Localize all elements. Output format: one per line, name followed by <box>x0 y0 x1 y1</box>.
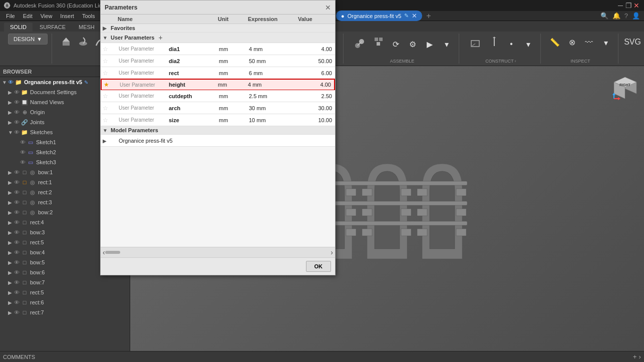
tab-mesh[interactable]: MESH <box>73 23 101 32</box>
user-params-section[interactable]: ▼ User Parameters + <box>101 33 335 43</box>
sketches-label: Sketches <box>30 129 53 135</box>
cutdepth-unit-cell: mm <box>218 93 248 99</box>
size-expression-cell[interactable]: 10 mm <box>248 117 298 123</box>
arch-star-cell[interactable]: ☆ <box>103 105 118 112</box>
inspect-interference-btn[interactable]: ⊗ <box>564 34 580 50</box>
model-item-label: Orgnanice press-fit v5 <box>118 138 174 144</box>
s3-visibility-icon[interactable]: 👁 <box>19 159 26 166</box>
rect-name-cell: rect <box>168 70 218 76</box>
user-icon[interactable]: 👤 <box>632 12 640 20</box>
cutdepth-star-cell[interactable]: ☆ <box>103 93 118 100</box>
tab-close-icon[interactable]: ✕ <box>412 12 417 20</box>
inspect-curvature-btn[interactable]: 〰 <box>581 35 597 51</box>
param-row-dia1[interactable]: ☆ User Parameter dia1 mm 4 mm 4.00 <box>101 43 335 55</box>
svg-rect-35 <box>362 189 372 196</box>
origin-visibility-icon[interactable]: 👁 <box>13 109 20 116</box>
search-icon[interactable]: 🔍 <box>600 12 608 20</box>
dia1-star-cell[interactable]: ☆ <box>103 46 118 53</box>
construct-more-btn[interactable]: ▾ <box>520 36 536 52</box>
joints-visibility-icon[interactable]: 👁 <box>13 119 20 126</box>
params-navigation: ‹ › <box>101 247 335 257</box>
s1-visibility-icon[interactable]: 👁 <box>19 139 26 146</box>
height-star-cell[interactable]: ★ <box>104 81 119 88</box>
comments-expand-btn[interactable]: + <box>633 353 637 360</box>
params-scroll-area[interactable]: ▶ Favorites ▼ User Parameters + ☆ User P… <box>101 24 335 247</box>
menu-edit[interactable]: Edit <box>19 11 37 21</box>
create-revolve-btn[interactable] <box>75 34 91 50</box>
params-prev-button[interactable]: ‹ <box>103 248 105 256</box>
assemble-drive-btn[interactable]: ▶ <box>422 36 438 52</box>
doc-visibility-icon[interactable]: 👁 <box>13 89 20 96</box>
param-row-cutdepth[interactable]: ☆ User Parameter cutdepth mm 2.5 mm 2.50 <box>101 90 335 102</box>
menu-tools[interactable]: Tools <box>78 11 99 21</box>
rect-type-cell: User Parameter <box>118 70 168 76</box>
params-scrollbar[interactable] <box>105 251 331 254</box>
arch-expression-cell[interactable]: 30 mm <box>248 105 298 111</box>
s2-visibility-icon[interactable]: 👁 <box>19 149 26 156</box>
tab-solid[interactable]: SOLID <box>4 23 33 32</box>
param-row-arch[interactable]: ☆ User Parameter arch mm 30 mm 30.00 <box>101 102 335 114</box>
root-visibility-icon[interactable]: 👁 <box>7 79 14 86</box>
param-row-size[interactable]: ☆ User Parameter size mm 10 mm 10.00 <box>101 114 335 126</box>
col-value: Value <box>298 16 333 22</box>
help-icon[interactable]: ? <box>624 12 628 20</box>
menu-view[interactable]: View <box>37 11 57 21</box>
menu-file[interactable]: File <box>2 11 19 21</box>
minimize-button[interactable]: ─ <box>617 2 624 9</box>
favorites-expand-icon: ▶ <box>103 26 109 31</box>
assemble-enable-btn[interactable]: ⚙ <box>405 36 421 52</box>
param-row-dia2[interactable]: ☆ User Parameter dia2 mm 50 mm 50.00 <box>101 55 335 67</box>
dia2-expression-cell[interactable]: 50 mm <box>248 58 298 64</box>
comments-collapse-btn[interactable]: › <box>639 353 641 360</box>
construct-plane-btn[interactable] <box>465 34 485 54</box>
browser-rect7[interactable]: ▶ 👁 □ rect:7 <box>0 307 130 317</box>
favorites-label: Favorites <box>111 25 135 31</box>
params-ok-button[interactable]: OK <box>306 261 332 272</box>
param-row-rect[interactable]: ☆ User Parameter rect mm 6 mm 6.00 <box>101 67 335 79</box>
construct-point-btn[interactable]: • <box>503 36 519 52</box>
param-row-height[interactable]: ★ User Parameter height mm 4 mm 4.00 <box>101 79 335 91</box>
assemble-more-btn[interactable]: ▾ <box>439 36 455 52</box>
size-star-cell[interactable]: ☆ <box>103 117 118 124</box>
height-expression-cell[interactable]: 4 mm <box>247 82 297 88</box>
views-visibility-icon[interactable]: 👁 <box>13 99 20 106</box>
tab-active[interactable]: ● Orgnanice press-fit v5 ✎ ✕ <box>336 11 422 21</box>
add-tab-button[interactable]: + <box>426 12 431 21</box>
notification-icon[interactable]: 🔔 <box>612 12 620 20</box>
params-close-button[interactable]: ✕ <box>325 4 331 12</box>
view-cube[interactable]: RIGHT <box>609 71 639 101</box>
close-button[interactable]: ✕ <box>633 2 640 9</box>
assemble-joint-btn[interactable] <box>350 34 370 54</box>
sketches-icon: 📁 <box>21 129 28 136</box>
model-params-section[interactable]: ▼ Model Parameters <box>101 126 335 135</box>
add-param-button[interactable]: + <box>158 34 162 42</box>
browser-rect6[interactable]: ▶ 👁 □ rect:6 <box>0 297 130 307</box>
rect-expression-cell[interactable]: 6 mm <box>248 70 298 76</box>
root-expand-icon: ▼ <box>2 80 7 85</box>
model-params-item[interactable]: ▶ Orgnanice press-fit v5 <box>101 135 335 147</box>
inspect-measure-btn[interactable]: 📏 <box>547 34 563 50</box>
favorites-section[interactable]: ▶ Favorites <box>101 24 335 33</box>
sketches-visibility-icon[interactable]: 👁 <box>13 129 20 136</box>
design-dropdown[interactable]: DESIGN ▼ <box>8 34 48 45</box>
browser-bow7[interactable]: ▶ 👁 □ bow:7 <box>0 277 130 287</box>
tab-surface[interactable]: SURFACE <box>34 23 72 32</box>
menu-insert[interactable]: Insert <box>56 11 78 21</box>
dia1-expression-cell[interactable]: 4 mm <box>248 46 298 52</box>
svg-rect-37 <box>362 229 372 236</box>
maximize-button[interactable]: ❐ <box>625 2 632 9</box>
inspect-more-btn[interactable]: ▾ <box>598 35 614 51</box>
browser-rect5b[interactable]: ▶ 👁 □ rect:5 <box>0 287 130 297</box>
insert-decal-btn[interactable]: 🖼 <box>641 34 644 50</box>
insert-svg-btn[interactable]: SVG <box>624 34 640 50</box>
cutdepth-expression-cell[interactable]: 2.5 mm <box>248 93 298 99</box>
params-next-button[interactable]: › <box>331 248 333 256</box>
dia2-star-cell[interactable]: ☆ <box>103 58 118 65</box>
svg-rect-45 <box>456 209 466 216</box>
views-icons: 👁 🔲 <box>13 99 28 106</box>
assemble-asbuilt-btn[interactable] <box>371 34 387 50</box>
assemble-motion-btn[interactable]: ⟳ <box>388 36 404 52</box>
create-extrude-btn[interactable] <box>58 34 74 50</box>
construct-axis-btn[interactable] <box>486 34 502 50</box>
rect-star-cell[interactable]: ☆ <box>103 70 118 77</box>
